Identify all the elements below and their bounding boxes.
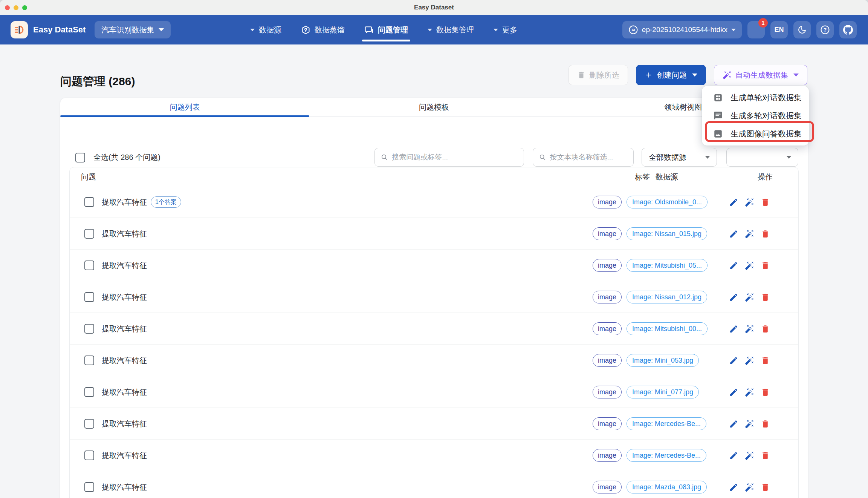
delete-question-button[interactable]	[760, 197, 770, 207]
language-button[interactable]: EN	[770, 21, 788, 38]
source-chip[interactable]: Image: Nissan_012.jpg	[627, 291, 707, 303]
github-button[interactable]	[839, 21, 857, 38]
chunk-filter-input[interactable]	[550, 153, 627, 161]
source-chip[interactable]: Image: Mazda_083.jpg	[627, 481, 707, 493]
delete-question-button[interactable]	[760, 387, 770, 397]
row-checkbox[interactable]	[84, 229, 94, 239]
edit-question-button[interactable]	[728, 260, 739, 271]
nav-item-datasource[interactable]: 数据源	[250, 15, 281, 44]
minimize-window-button[interactable]	[14, 5, 18, 10]
row-checkbox[interactable]	[84, 450, 94, 460]
close-window-button[interactable]	[5, 5, 10, 10]
nav-item-label: 数据蒸馏	[315, 25, 345, 35]
create-question-button[interactable]: 创建问题	[636, 65, 706, 85]
delete-question-button[interactable]	[760, 292, 770, 302]
menu-item-label: 生成单轮对话数据集	[730, 92, 802, 103]
delete-question-button[interactable]	[760, 355, 770, 366]
generate-answer-button[interactable]	[744, 197, 755, 207]
source-chip[interactable]: Image: Mini_053.jpg	[627, 354, 699, 367]
question-text: 提取汽车特征	[102, 355, 147, 366]
secondary-select[interactable]	[726, 148, 798, 167]
edit-question-button[interactable]	[728, 387, 739, 397]
generate-answer-button[interactable]	[744, 260, 755, 271]
trash-icon	[761, 419, 770, 429]
delete-question-button[interactable]	[760, 260, 770, 271]
select-all-group: 全选(共 286 个问题)	[75, 152, 160, 162]
search-question-input[interactable]	[392, 153, 518, 161]
nav-item-distill[interactable]: 数据蒸馏	[301, 15, 345, 44]
row-checkbox[interactable]	[84, 355, 94, 365]
nav-item-questions[interactable]: 问题管理	[364, 15, 408, 44]
delete-question-button[interactable]	[760, 323, 770, 334]
project-selector[interactable]: 汽车识别数据集	[95, 21, 171, 38]
generate-answer-button[interactable]	[744, 228, 755, 239]
tag-chip[interactable]: image	[593, 291, 622, 303]
answer-count-chip[interactable]: 1个答案	[151, 196, 181, 208]
row-checkbox[interactable]	[84, 292, 94, 302]
edit-question-button[interactable]	[728, 355, 739, 366]
edit-question-button[interactable]	[728, 418, 739, 429]
tag-chip[interactable]: image	[593, 449, 622, 462]
generate-answer-button[interactable]	[744, 292, 755, 302]
row-checkbox[interactable]	[84, 324, 94, 334]
delete-question-button[interactable]	[760, 418, 770, 429]
generate-answer-button[interactable]	[744, 450, 755, 461]
zoom-window-button[interactable]	[22, 5, 27, 10]
tag-chip[interactable]: image	[593, 322, 622, 335]
magic-wand-icon	[745, 293, 754, 302]
source-chip[interactable]: Image: Mini_077.jpg	[627, 386, 699, 398]
dark-mode-button[interactable]	[793, 21, 811, 38]
menu-item-single-turn[interactable]: 生成单轮对话数据集	[702, 89, 809, 107]
source-chip[interactable]: Image: Mercedes-Be...	[627, 417, 706, 430]
menu-item-multi-turn[interactable]: 生成多轮对话数据集	[702, 107, 809, 125]
row-checkbox[interactable]	[84, 387, 94, 397]
nav-item-label: 更多	[502, 25, 517, 35]
edit-question-button[interactable]	[728, 197, 739, 207]
edit-question-button[interactable]	[728, 323, 739, 334]
generate-answer-button[interactable]	[744, 323, 755, 334]
tag-chip[interactable]: image	[593, 259, 622, 272]
tag-chip[interactable]: image	[593, 386, 622, 398]
tag-chip[interactable]: image	[593, 481, 622, 493]
generate-answer-button[interactable]	[744, 482, 755, 492]
select-all-checkbox[interactable]	[75, 153, 85, 162]
generate-answer-button[interactable]	[744, 355, 755, 366]
magic-wand-icon	[745, 483, 754, 492]
help-button[interactable]: ?	[816, 21, 834, 38]
tab-question-template[interactable]: 问题模板	[309, 98, 558, 116]
row-checkbox[interactable]	[84, 197, 94, 207]
tag-chip[interactable]: image	[593, 417, 622, 430]
model-selector[interactable]: AI ep-20251024105544-htdkx	[622, 21, 742, 38]
source-chip[interactable]: Image: Nissan_015.jpg	[627, 227, 707, 240]
row-checkbox[interactable]	[84, 419, 94, 429]
tab-question-list[interactable]: 问题列表	[60, 98, 309, 116]
nav-item-datasets[interactable]: 数据集管理	[428, 15, 474, 44]
delete-question-button[interactable]	[760, 482, 770, 492]
tag-chip[interactable]: image	[593, 354, 622, 367]
trash-icon	[761, 198, 770, 207]
tasks-button[interactable]: 1	[747, 21, 765, 38]
auto-generate-dataset-button[interactable]: 自动生成数据集	[714, 65, 807, 85]
delete-question-button[interactable]	[760, 228, 770, 239]
menu-item-image-qa[interactable]: 生成图像问答数据集	[702, 125, 809, 143]
source-chip[interactable]: Image: Mitsubishi_00...	[627, 322, 708, 335]
edit-question-button[interactable]	[728, 292, 739, 302]
edit-question-button[interactable]	[728, 482, 739, 492]
generate-answer-button[interactable]	[744, 418, 755, 429]
datasource-select[interactable]: 全部数据源	[642, 148, 717, 167]
tag-chip[interactable]: image	[593, 227, 622, 240]
tag-chip[interactable]: image	[593, 196, 622, 208]
row-checkbox[interactable]	[84, 482, 94, 492]
magic-wand-icon	[745, 324, 754, 334]
delete-question-button[interactable]	[760, 450, 770, 461]
source-chip[interactable]: Image: Mercedes-Be...	[627, 449, 706, 462]
delete-selected-label: 删除所选	[589, 70, 619, 80]
delete-selected-button[interactable]: 删除所选	[568, 65, 628, 85]
generate-answer-button[interactable]	[744, 387, 755, 397]
edit-question-button[interactable]	[728, 450, 739, 461]
edit-question-button[interactable]	[728, 228, 739, 239]
source-chip[interactable]: Image: Oldsmobile_0...	[627, 196, 708, 208]
nav-item-more[interactable]: 更多	[494, 15, 517, 44]
row-checkbox[interactable]	[84, 260, 94, 270]
source-chip[interactable]: Image: Mitsubishi_05...	[627, 259, 708, 272]
